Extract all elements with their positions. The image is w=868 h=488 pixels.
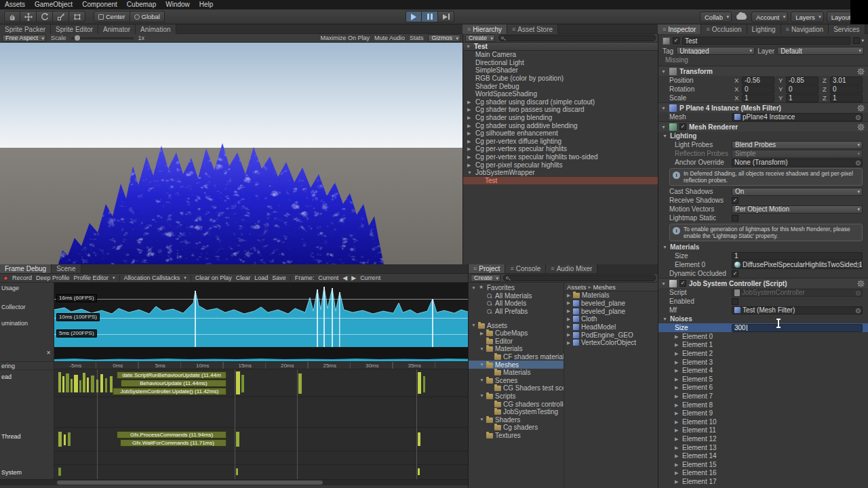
foldout-arrow-icon[interactable]: ▶ [566,293,571,298]
mesh-filter-header[interactable]: ▼ P Plane 4 Instance (Mesh Filter) [658,103,868,113]
tag-dropdown[interactable]: Untagged [676,47,755,55]
scene-header[interactable]: ▼ Test [463,43,658,51]
foldout-arrow-icon[interactable]: ▼ [471,323,476,328]
foldout-arrow-icon[interactable]: ▶ [675,394,679,399]
cpu-usage-chart[interactable]: 16ms (60FPS)10ms (100FPS)5ms (200FPS) [54,283,468,361]
element-row[interactable]: ▶ Element 7 [658,392,868,401]
step-button[interactable] [438,11,454,22]
play-button[interactable] [406,11,422,22]
foldout-arrow-icon[interactable]: ▶ [675,351,679,356]
project-tree-item[interactable]: All Materials [469,292,564,300]
dock-tab[interactable]: ≡Lighting [747,24,781,34]
profile-editor-toggle[interactable]: Profile Editor [74,274,109,281]
foldout-arrow-icon[interactable]: ▼ [663,134,667,138]
scale-tool-button[interactable] [53,11,69,22]
foldout-arrow-icon[interactable]: ▶ [675,453,679,458]
y-field[interactable]: 0 [786,85,818,94]
project-tree-item[interactable]: JobSystemTesting [469,408,564,416]
foldout-arrow-icon[interactable]: ▶ [566,325,571,329]
breadcrumb-current[interactable]: Meshes [593,283,616,291]
gear-icon[interactable] [857,104,865,112]
element-row[interactable]: ▶ Element 16 [658,469,868,478]
gear-icon[interactable] [857,123,865,131]
foldout-arrow-icon[interactable]: ▶ [566,309,571,314]
timeline-horizontal-scrollbar[interactable] [0,479,468,485]
element-row[interactable]: ▶ Element 0 [658,332,868,341]
dynamic-occluded-checkbox[interactable] [732,270,738,277]
element-row[interactable]: ▶ Element 17 [658,477,868,486]
foldout-arrow-icon[interactable]: ▶ [566,301,571,306]
element-row[interactable]: ▶ Element 5 [658,375,868,384]
anchor-object-field[interactable]: None (Transform) [732,159,863,167]
lightmap-static-checkbox[interactable] [732,215,738,222]
hierarchy-item[interactable]: ▶ Cg per-vertex diffuse lighting [463,138,658,146]
record-toggle[interactable]: Record [12,274,32,281]
hierarchy-item[interactable]: ▶ Cg per-pixel specular highlits [463,161,658,169]
mesh-renderer-header[interactable]: ▼ Mesh Renderer [658,122,868,131]
save-button[interactable]: Save [272,274,286,281]
foldout-arrow-icon[interactable]: ▶ [467,100,473,104]
thread-label[interactable]: System [1,469,22,476]
dock-tab[interactable]: ≡Console [505,264,546,273]
mute-audio-toggle[interactable]: Mute Audio [374,35,405,41]
hierarchy-item[interactable]: Main Camera [463,51,658,59]
z-field[interactable]: 1 [830,94,863,102]
foldout-arrow-icon[interactable]: ▶ [566,317,571,322]
foldout-arrow-icon[interactable]: ▶ [467,139,473,144]
space-toggle[interactable]: Global [130,11,165,22]
gear-icon[interactable] [857,280,865,287]
foldout-arrow-icon[interactable]: ▶ [467,123,473,128]
foldout-arrow-icon[interactable]: ▶ [467,163,473,167]
active-profiler-dropdown-icon[interactable]: ▾ [113,275,115,281]
element-row[interactable]: ▶ Element 11 [658,426,868,435]
foldout-arrow-icon[interactable]: ▼ [467,170,473,175]
legend-item[interactable]: Collector [1,304,26,310]
x-field[interactable]: 1 [742,94,774,102]
object-picker-icon[interactable] [856,263,861,268]
foldout-arrow-icon[interactable]: ▼ [663,245,667,249]
foldout-arrow-icon[interactable]: ▶ [479,331,484,336]
hierarchy-item[interactable]: WorldSpaceShading [463,90,658,98]
element-row[interactable]: ▶ Element 14 [658,451,868,460]
project-tree-item[interactable]: ▼ Shaders [469,416,564,424]
timeline-span[interactable]: JobSystemController.Update() (11.42ms) [113,388,226,395]
noises-size-field[interactable]: 300 [732,324,863,332]
element-row[interactable]: ▶ Element 9 [658,409,868,418]
project-file-item[interactable]: ▶ PodEngine_GEO [564,331,658,339]
pivot-toggle[interactable]: Center [94,11,130,22]
prev-frame-button[interactable]: ◀ [342,274,347,281]
hierarchy-item[interactable]: ▼ JobSystemWrapper [463,169,658,177]
foldout-arrow-icon[interactable]: ▶ [675,479,679,484]
legend-item[interactable]: Usage [1,285,19,291]
hierarchy-item[interactable]: Test [463,177,658,185]
timeline-view[interactable]: date.ScriptRunBehaviourUpdate (11.44mBeh… [54,369,468,479]
foldout-arrow-icon[interactable]: ▶ [675,436,679,441]
hierarchy-item[interactable]: ▶ Cg shader using discard (simple cutout… [463,98,658,106]
element-row[interactable]: ▶ Element 2 [658,349,868,358]
aspect-dropdown[interactable]: Free Aspect [2,35,46,42]
foldout-arrow-icon[interactable]: ▶ [467,155,473,159]
project-tree-item[interactable]: ▼ Materials [469,345,564,353]
hierarchy-item[interactable]: ▶ Cg per-vertex specular highlits two-si… [463,153,658,161]
motion-vectors-dropdown[interactable]: Per Object Motion [732,205,863,214]
lighting-foldout[interactable]: ▼Lighting [658,131,868,140]
collab-dropdown[interactable]: Collab [700,12,732,22]
object-picker-icon[interactable] [856,291,861,296]
foldout-arrow-icon[interactable]: ▼ [479,347,484,352]
element-row[interactable]: ▶ Element 12 [658,434,868,443]
project-tree-item[interactable]: ▶ CubeMaps [469,329,564,338]
project-file-item[interactable]: ▶ Cloth [564,315,658,323]
scale-slider-thumb[interactable] [75,35,80,41]
project-tree-item[interactable]: Textures [469,432,564,440]
foldout-arrow-icon[interactable]: ▼ [661,106,667,110]
move-tool-button[interactable] [20,11,37,22]
foldout-arrow-icon[interactable]: ▼ [661,125,667,129]
dock-tab[interactable]: ≡Asset Store [507,24,558,34]
project-tree-item[interactable]: CG Shaders test scene [469,384,564,392]
clear-button[interactable]: Clear [236,274,251,281]
project-tree-item[interactable]: All Prefabs [469,308,564,316]
foldout-arrow-icon[interactable]: ▶ [467,146,473,151]
foldout-arrow-icon[interactable]: ▶ [675,403,679,407]
gizmos-dropdown[interactable]: Gizmos [428,35,460,42]
dock-tab[interactable]: ≡Occlusion [701,24,747,34]
